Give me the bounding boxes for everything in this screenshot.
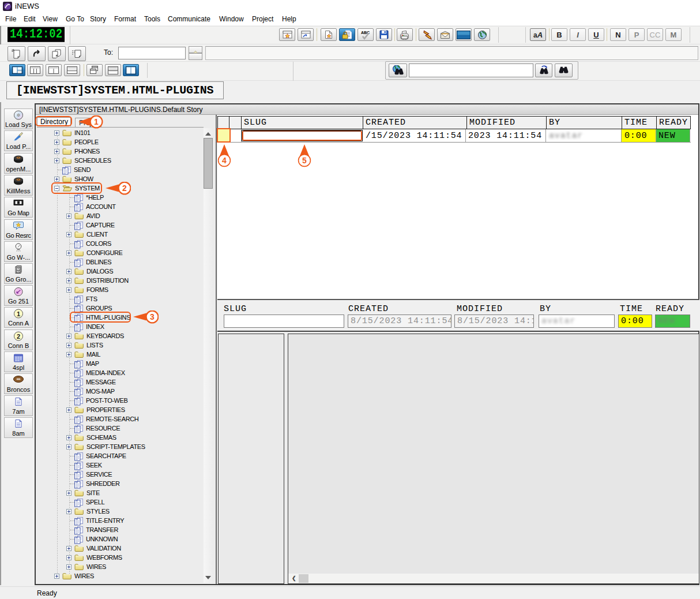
svg-text:2: 2 (17, 333, 20, 340)
svg-text:3: 3 (150, 312, 155, 321)
svg-text:2: 2 (122, 184, 127, 193)
svg-text:4: 4 (222, 156, 227, 165)
svg-text:1: 1 (94, 117, 99, 126)
svg-text:1: 1 (17, 310, 20, 317)
svg-text:5: 5 (302, 156, 307, 165)
